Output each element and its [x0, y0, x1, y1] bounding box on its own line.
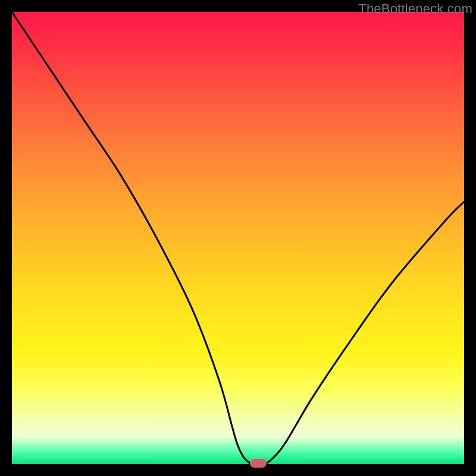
watermark-text: TheBottleneck.com: [358, 1, 472, 17]
curve-path: [12, 12, 464, 466]
chart-frame: TheBottleneck.com: [0, 0, 476, 476]
optimal-point-marker: [250, 459, 267, 468]
bottleneck-curve: [12, 12, 464, 464]
